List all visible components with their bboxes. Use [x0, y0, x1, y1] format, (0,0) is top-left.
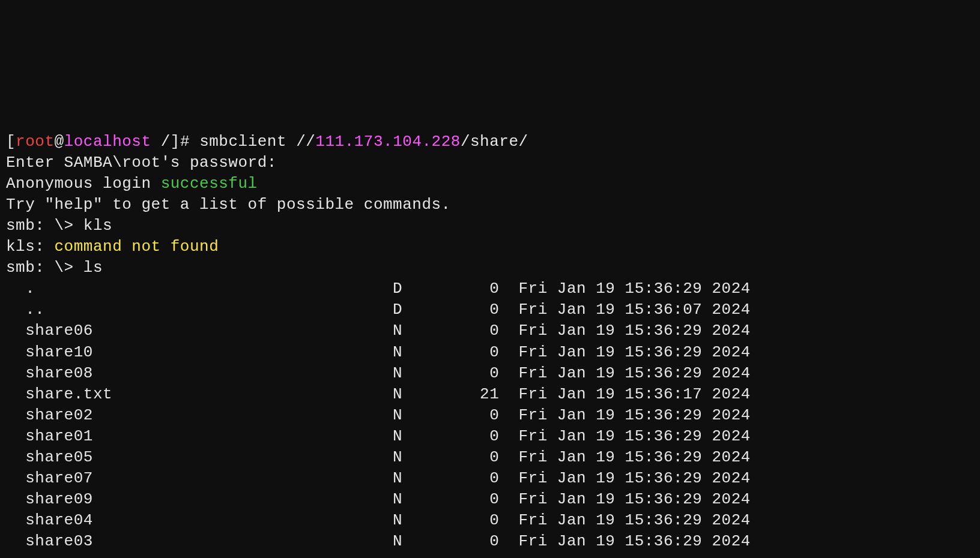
file-listing: . D 0 Fri Jan 19 15:36:29 2024 .. D 0 Fr…: [6, 278, 974, 552]
prompt-at: @: [55, 133, 64, 151]
anonymous-login-a: Anonymous login: [6, 175, 161, 193]
error-command-not-found: command not found: [55, 238, 219, 256]
prompt-user: root: [16, 133, 54, 151]
cmd-kls: kls: [83, 217, 112, 235]
cmd-smbclient-b: /share/: [461, 133, 528, 151]
enter-password-line: Enter SAMBA\root's password:: [6, 154, 277, 172]
cmd-smbclient-ip: 111.173.104.228: [315, 133, 461, 151]
cmd-ls: ls: [83, 259, 103, 277]
prompt-bracket-open: [: [6, 133, 16, 151]
prompt-space: [151, 133, 161, 151]
prompt-hash: #: [180, 133, 199, 151]
smb-prompt-1: smb: \>: [6, 217, 83, 235]
error-prefix: kls:: [6, 238, 55, 256]
anonymous-login-successful: successful: [161, 175, 258, 193]
prompt-bracket-close: ]: [171, 133, 180, 151]
try-help-line: Try "help" to get a list of possible com…: [6, 196, 451, 214]
smb-prompt-2: smb: \>: [6, 259, 83, 277]
prompt-host: localhost: [64, 133, 151, 151]
terminal-output[interactable]: [root@localhost /]# smbclient //111.173.…: [0, 105, 980, 558]
cmd-smbclient-a: smbclient //: [199, 133, 315, 151]
prompt-path: /: [161, 133, 171, 151]
